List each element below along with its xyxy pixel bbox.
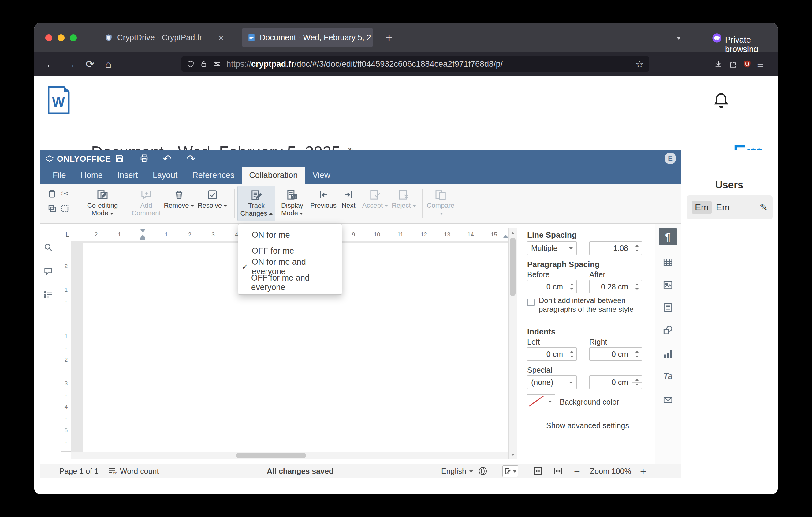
next-change-button[interactable]: Next [335,186,362,221]
minimize-window-button[interactable] [58,34,64,42]
ublock-icon[interactable] [743,59,751,69]
find-icon[interactable] [44,243,54,253]
close-window-button[interactable] [45,34,52,42]
image-settings-tab[interactable] [659,276,677,293]
horizontal-scrollbar[interactable] [71,452,509,459]
cut-icon[interactable]: ✂ [59,188,70,199]
resolve-comment-button[interactable]: Resolve [195,186,230,221]
hamburger-menu-icon[interactable]: ≡ [757,58,764,70]
vertical-scrollbar[interactable] [509,228,517,459]
coediting-mode-button[interactable]: Co-editing Mode [84,186,121,221]
display-mode-button[interactable]: Display Mode [276,186,309,221]
user-list-item[interactable]: Em Em ✎ [687,195,773,219]
list-tabs-chevron-icon[interactable] [675,36,680,42]
notifications-bell-icon[interactable] [712,91,730,109]
select-all-icon[interactable] [59,203,70,214]
scroll-down-icon[interactable] [509,452,517,459]
language-selector[interactable]: English [441,464,473,478]
close-tab-icon[interactable]: × [218,33,224,43]
accept-change-button[interactable]: Accept [360,186,390,221]
track-menu-item[interactable]: ON for me [238,227,342,243]
zoom-level[interactable]: Zoom 100% [590,464,631,478]
back-icon[interactable]: ← [45,59,56,69]
new-tab-button[interactable]: + [385,31,393,45]
background-color-picker[interactable] [527,394,555,408]
spellcheck-globe-icon[interactable] [478,464,488,478]
paste-icon[interactable] [47,188,58,199]
hanging-indent-marker[interactable] [140,232,145,238]
text-art-settings-tab[interactable]: Ta [659,368,677,385]
color-dropdown-chevron-icon[interactable] [545,395,555,408]
indent-left-input[interactable]: 0 cm [527,347,577,361]
indent-right-input[interactable]: 0 cm [589,347,642,361]
vertical-scrollbar-thumb[interactable] [510,238,516,296]
word-count-icon[interactable]: 123 [108,464,117,478]
spinner[interactable] [632,376,642,389]
left-indent-marker[interactable] [140,238,145,240]
menu-tab-home[interactable]: Home [74,167,110,184]
extensions-puzzle-icon[interactable] [729,59,737,69]
menu-tab-layout[interactable]: Layout [145,167,185,184]
add-comment-button[interactable]: Add Comment [127,186,165,221]
user-avatar[interactable]: E [665,153,676,164]
menu-tab-references[interactable]: References [185,167,242,184]
spinner[interactable] [567,280,576,293]
advanced-settings-link[interactable]: Show advanced settings [520,421,655,430]
home-icon[interactable]: ⌂ [105,59,112,69]
maximize-window-button[interactable] [70,34,77,42]
undo-icon[interactable]: ↶ [163,153,172,165]
menu-tab-file[interactable]: File [45,167,74,184]
menu-tab-collaboration[interactable]: Collaboration [242,167,305,184]
word-count-label[interactable]: Word count [120,464,159,478]
mail-merge-settings-tab[interactable] [659,391,677,409]
line-spacing-value-input[interactable]: 1.08 [589,241,642,255]
permissions-icon[interactable] [213,60,221,68]
tab-cryptdrive[interactable]: CryptDrive - CryptPad.fr × [98,28,230,48]
fit-width-icon[interactable] [553,464,563,478]
forward-icon[interactable]: → [65,59,76,69]
menu-tab-insert[interactable]: Insert [110,167,146,184]
zoom-out-icon[interactable]: − [574,464,580,478]
track-menu-item[interactable]: OFF for me [238,243,342,259]
downloads-icon[interactable] [714,59,723,69]
copy-icon[interactable] [47,203,58,214]
redo-icon[interactable]: ↷ [186,153,196,165]
paragraph-settings-tab[interactable]: ¶ [659,228,677,245]
lock-icon[interactable] [200,60,207,68]
spinner[interactable] [567,348,576,360]
print-icon[interactable] [140,154,149,163]
edit-user-pencil-icon[interactable]: ✎ [759,201,767,213]
spacing-after-input[interactable]: 0.28 cm [589,280,642,293]
track-menu-item[interactable]: OFF for me and everyone [238,275,342,291]
scroll-up-icon[interactable] [509,228,517,236]
reject-change-button[interactable]: Reject [389,186,418,221]
no-interval-checkbox[interactable] [527,299,534,306]
color-swatch[interactable] [527,395,545,408]
track-changes-button[interactable]: Track Changes [237,186,276,221]
remove-comment-button[interactable]: Remove [162,186,196,221]
header-footer-settings-tab[interactable] [659,299,677,316]
track-menu-item[interactable]: ✓ON for me and everyone [238,259,342,275]
spinner[interactable] [632,242,642,254]
line-spacing-select[interactable]: Multiple [527,241,577,255]
tracking-protection-shield-icon[interactable] [186,60,195,68]
special-select[interactable]: (none) [527,376,577,389]
url-bar[interactable]: https://cryptpad.fr/doc/#/3/doc/edit/ff0… [181,56,649,72]
spinner[interactable] [632,348,642,360]
table-settings-tab[interactable] [659,253,677,271]
horizontal-scrollbar-thumb[interactable] [236,453,306,458]
save-icon[interactable] [115,154,124,163]
navigation-panel-icon[interactable] [44,290,54,300]
special-value-input[interactable]: 0 cm [589,376,642,389]
track-changes-toggle[interactable] [502,464,518,478]
comments-panel-icon[interactable] [44,267,54,277]
shape-settings-tab[interactable] [659,322,677,339]
fit-page-icon[interactable] [533,464,543,478]
spacing-before-input[interactable]: 0 cm [527,280,577,293]
tab-document-active[interactable]: Document - Wed, February 5, 2 × [242,28,373,48]
page-indicator[interactable]: Page 1 of 1 [59,464,98,478]
compare-button[interactable]: Compare [425,186,457,221]
reload-icon[interactable]: ⟳ [86,59,94,69]
menu-tab-view[interactable]: View [305,167,338,184]
vertical-ruler[interactable]: ·2·1··1·2·3·4·5·6· [61,241,71,452]
